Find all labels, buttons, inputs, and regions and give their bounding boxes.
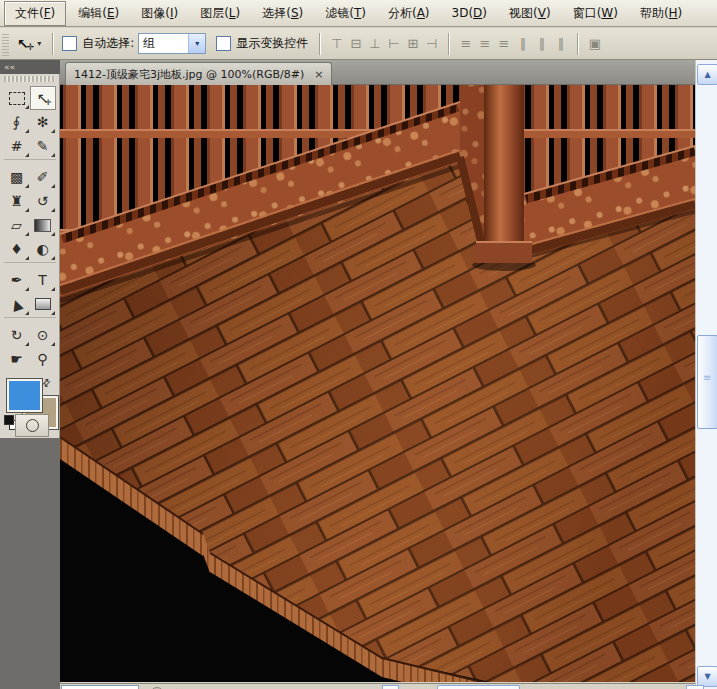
lasso-tool-icon: ∮ xyxy=(13,115,20,129)
quick-selection-tool[interactable]: ✻ xyxy=(30,110,56,134)
panel-grip[interactable] xyxy=(4,76,55,82)
menu-bar: 文件(F)编辑(E)图像(I)图层(L)选择(S)滤镜(T)分析(A)3D(D)… xyxy=(0,0,717,27)
dodge-tool[interactable]: ◐ xyxy=(30,237,56,261)
align-group: ⊤⊟⊥⊢⊞⊣≡≡≡∥∥∥▣ xyxy=(327,33,604,55)
vertical-scrollbar[interactable]: ▲ ▼ xyxy=(695,60,717,689)
menu-item-v[interactable]: 视图(V) xyxy=(499,2,561,25)
type-tool-icon: T xyxy=(38,273,47,287)
canvas-artwork xyxy=(60,85,695,682)
auto-align-layers-button[interactable]: ▣ xyxy=(586,36,603,51)
quick-mask-icon xyxy=(26,419,39,432)
eraser-tool-icon: ▱ xyxy=(11,218,22,232)
blur-tool-icon: ♦ xyxy=(10,242,23,256)
zoom-tool-icon: ⚲ xyxy=(37,352,47,366)
show-transform-label: 显示变换控件 xyxy=(236,35,308,52)
align-top-edges-button[interactable]: ⊤ xyxy=(328,36,345,51)
auto-select-label: 自动选择: xyxy=(82,35,134,52)
scroll-down-button[interactable]: ▼ xyxy=(697,666,717,687)
menu-item-t[interactable]: 滤镜(T) xyxy=(315,2,376,25)
rectangular-marquee-tool[interactable] xyxy=(4,86,30,110)
auto-select-mode-value: 组 xyxy=(139,35,188,52)
crop-tool-icon: # xyxy=(11,139,23,153)
distribute-bottom-edges-button[interactable]: ≡ xyxy=(495,36,512,51)
path-selection-tool[interactable]: ▲ xyxy=(4,292,30,316)
3d-rotate-tool[interactable]: ↻ xyxy=(4,323,30,347)
move-tool[interactable]: ↖✛ xyxy=(30,86,56,110)
marquee-icon xyxy=(9,92,25,105)
menu-item-s[interactable]: 选择(S) xyxy=(252,2,313,25)
healing-brush-tool-icon: ▩ xyxy=(10,170,23,184)
align-vertical-centers-button[interactable]: ⊟ xyxy=(347,36,364,51)
move-cross-icon: ✛ xyxy=(45,98,52,107)
lasso-tool[interactable]: ∮ xyxy=(4,110,30,134)
align-bottom-edges-button[interactable]: ⊥ xyxy=(366,36,383,51)
menu-item-w[interactable]: 窗口(W) xyxy=(563,2,628,25)
healing-brush-tool[interactable]: ▩ xyxy=(4,165,30,189)
scroll-right-button[interactable]: ▸ xyxy=(686,685,704,689)
auto-select-mode-dropdown[interactable]: 组 ▾ xyxy=(138,33,206,54)
dropdown-arrow-icon[interactable]: ▾ xyxy=(188,34,205,53)
status-popup-button[interactable]: ▴ xyxy=(382,685,399,689)
distribute-top-edges-button[interactable]: ≡ xyxy=(457,36,474,51)
crop-tool[interactable]: # xyxy=(4,134,30,158)
tab-close-icon[interactable]: × xyxy=(314,68,323,81)
photoshop-window: 文件(F)编辑(E)图像(I)图层(L)选择(S)滤镜(T)分析(A)3D(D)… xyxy=(0,0,717,689)
blur-tool[interactable]: ♦ xyxy=(4,237,30,261)
panel-collapse-button[interactable]: «« xyxy=(0,60,60,74)
clone-stamp-tool[interactable]: ♜ xyxy=(4,189,30,213)
pen-tool-icon: ✒ xyxy=(11,273,23,287)
eyedropper-tool[interactable]: ✎ xyxy=(30,134,56,158)
distribute-vertical-centers-button[interactable]: ≡ xyxy=(476,36,493,51)
brush-tool[interactable]: ✐ xyxy=(30,165,56,189)
menu-item-d[interactable]: 3D(D) xyxy=(442,3,498,23)
workspace-background xyxy=(0,438,60,689)
auto-select-checkbox[interactable] xyxy=(62,36,77,51)
align-horizontal-centers-button[interactable]: ⊞ xyxy=(404,36,421,51)
menu-item-e[interactable]: 编辑(E) xyxy=(68,2,129,25)
pen-tool[interactable]: ✒ xyxy=(4,268,30,292)
hand-tool[interactable]: ☛ xyxy=(4,347,30,371)
quick-selection-tool-icon: ✻ xyxy=(37,115,49,129)
distribute-left-edges-button[interactable]: ∥ xyxy=(514,36,531,51)
3d-orbit-tool-icon: ⊙ xyxy=(37,328,49,342)
menu-item-f[interactable]: 文件(F) xyxy=(4,1,66,26)
quick-mask-button[interactable] xyxy=(15,414,49,437)
menu-item-l[interactable]: 图层(L) xyxy=(190,2,250,25)
options-separator xyxy=(577,33,578,55)
current-tool-button[interactable]: ↖ ✛ ▾ xyxy=(17,36,41,52)
eraser-tool[interactable]: ▱ xyxy=(4,213,30,237)
menu-item-i[interactable]: 图像(I) xyxy=(131,2,188,25)
document-tab[interactable]: 1412-顶级豪宅3j地板.jpg @ 100%(RGB/8#) × xyxy=(65,62,332,85)
document-tab-title: 1412-顶级豪宅3j地板.jpg @ 100%(RGB/8#) xyxy=(74,67,304,82)
menu-item-a[interactable]: 分析(A) xyxy=(378,2,440,25)
foreground-swatch[interactable] xyxy=(7,379,42,412)
show-transform-checkbox[interactable] xyxy=(216,36,231,51)
scroll-up-icon: ▲ xyxy=(704,70,710,79)
menu-item-h[interactable]: 帮助(H) xyxy=(630,2,692,25)
align-left-edges-button[interactable]: ⊢ xyxy=(385,36,402,51)
distribute-horizontal-centers-button[interactable]: ∥ xyxy=(533,36,550,51)
options-grip[interactable] xyxy=(2,32,9,56)
history-brush-tool-icon: ↺ xyxy=(37,194,49,208)
shape-icon xyxy=(35,298,51,310)
scroll-down-icon: ▼ xyxy=(704,672,710,681)
3d-orbit-tool[interactable]: ⊙ xyxy=(30,323,56,347)
history-brush-tool[interactable]: ↺ xyxy=(30,189,56,213)
tool-separator xyxy=(4,317,56,322)
type-tool[interactable]: T xyxy=(30,268,56,292)
document-canvas[interactable] xyxy=(60,85,695,682)
scroll-up-button[interactable]: ▲ xyxy=(697,64,717,85)
clone-stamp-tool-icon: ♜ xyxy=(10,194,23,208)
align-right-edges-button[interactable]: ⊣ xyxy=(423,36,440,51)
gradient-tool[interactable] xyxy=(30,213,56,237)
path-selection-tool-icon: ▲ xyxy=(9,296,24,313)
zoom-level-field[interactable]: 100% xyxy=(61,685,139,689)
shape-tool[interactable] xyxy=(30,292,56,316)
horizontal-scroll-thumb[interactable] xyxy=(437,685,520,689)
zoom-tool[interactable]: ⚲ xyxy=(30,347,56,371)
distribute-right-edges-button[interactable]: ∥ xyxy=(552,36,569,51)
hand-tool-icon: ☛ xyxy=(10,352,23,366)
tool-preset-caret-icon[interactable]: ▾ xyxy=(37,39,41,48)
options-separator xyxy=(448,33,449,55)
vertical-scroll-thumb[interactable] xyxy=(697,335,717,429)
